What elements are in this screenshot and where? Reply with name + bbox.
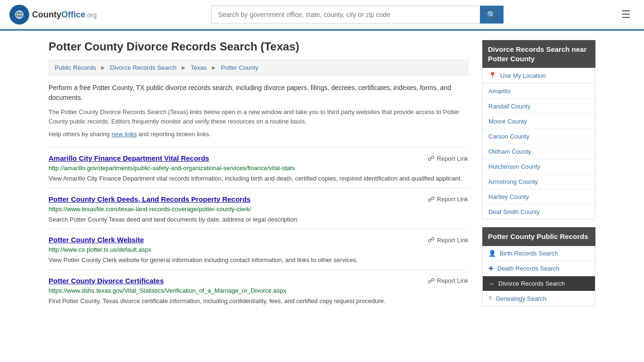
share-text: Help others by sharing [49,131,110,138]
new-links-link[interactable]: new links [112,131,137,138]
nearby-label-0: Amarillo [488,88,511,95]
hamburger-icon: ☰ [621,8,631,20]
nearby-header: Divorce Records Search near Potter Count… [482,40,595,68]
report-link-label-2: Report Link [437,196,468,203]
share-line: Help others by sharing new links and rep… [49,131,468,138]
breadcrumb: Public Records ► Divorce Records Search … [49,60,468,75]
nearby-link-armstrong[interactable]: Armstrong County [483,174,595,189]
nearby-label-6: Armstrong County [488,178,538,185]
report-icon-3: ☍ [428,236,435,244]
nearby-label-1: Randall County [488,103,530,110]
breadcrumb-public-records[interactable]: Public Records [55,64,96,71]
nearby-label-2: Moore County [488,118,527,125]
death-records-link[interactable]: ✚ Death Records Search [483,261,595,276]
result-title-4[interactable]: Potter County Divorce Certificates [49,277,164,285]
result-card-2: Potter County Clerk Deeds, Land Records … [49,188,468,229]
content-area: Potter County Divorce Records Search (Te… [49,40,468,314]
report-icon-2: ☍ [428,195,435,204]
nearby-link-hartley[interactable]: Hartley County [483,189,595,204]
nearby-item-5[interactable]: Hutchinson County [483,159,595,174]
person-icon: 👤 [488,250,496,257]
nearby-item-1[interactable]: Randall County [483,99,595,114]
result-desc-4: Find Potter County, Texas divorce certif… [49,296,468,306]
use-location-item[interactable]: 📍 Use My Location [483,68,595,84]
search-button[interactable]: 🔍 [480,6,504,24]
result-url-2[interactable]: https://www.texasfile.com/texas-land-rec… [49,206,468,213]
result-url-3[interactable]: http://www.co.potter.tx.us/default.aspx [49,246,468,253]
birth-records-link[interactable]: 👤 Birth Records Search [483,246,595,261]
result-title-row-1: Amarillo City Finance Department Vital R… [49,154,468,163]
nearby-list: 📍 Use My Location Amarillo Randall Count… [482,68,595,220]
genealogy-records-label: Genealogy Search [495,295,546,302]
report-link-4[interactable]: ☍ Report Link [428,277,468,285]
nearby-item-8[interactable]: Deaf Smith County [483,205,595,219]
report-link-3[interactable]: ☍ Report Link [428,236,468,244]
birth-records-label: Birth Records Search [500,250,558,257]
nearby-item-7[interactable]: Hartley County [483,189,595,205]
pr-item-divorce[interactable]: ↔ Divorce Records Search [483,276,595,291]
result-desc-2: Search Potter County Texas deed and land… [49,215,468,224]
report-link-label-4: Report Link [437,277,468,284]
public-records-section: Potter County Public Records 👤 Birth Rec… [482,227,595,306]
site-header: CountyOffice.org 🔍 ☰ [0,0,644,31]
result-title-1[interactable]: Amarillo City Finance Department Vital R… [49,154,209,162]
search-bar: 🔍 [211,6,504,24]
result-desc-1: View Amarillo City Finance Department vi… [49,174,468,183]
nearby-item-3[interactable]: Carson County [483,129,595,144]
nearby-link-carson[interactable]: Carson County [483,129,595,144]
breadcrumb-sep-2: ► [181,64,187,71]
intro-paragraph-2: The Potter County Divorce Records Search… [49,107,468,126]
nearby-label-5: Hutchinson County [488,163,540,170]
header-right: ☰ [618,7,635,23]
nearby-item-0[interactable]: Amarillo [483,84,595,99]
nearby-item-4[interactable]: Oldham County [483,144,595,159]
pr-item-genealogy[interactable]: ? Genealogy Search [483,291,595,306]
pr-item-death[interactable]: ✚ Death Records Search [483,261,595,276]
breadcrumb-sep-1: ► [100,64,106,71]
result-title-row-2: Potter County Clerk Deeds, Land Records … [49,195,468,204]
breadcrumb-potter-county[interactable]: Potter County [221,64,258,71]
logo-text: CountyOffice.org [32,10,97,20]
nearby-link-oldham[interactable]: Oldham County [483,144,595,159]
genealogy-records-link[interactable]: ? Genealogy Search [483,291,595,306]
result-desc-3: View Potter County Clerk website for gen… [49,255,468,265]
result-url-4[interactable]: https://www.dshs.texas.gov/Vital_Statist… [49,287,468,294]
logo[interactable]: CountyOffice.org [9,5,97,25]
breadcrumb-texas[interactable]: Texas [190,64,206,71]
cross-icon: ✚ [488,265,494,272]
location-pin-icon: 📍 [488,72,496,79]
nearby-link-randall[interactable]: Randall County [483,99,595,114]
logo-icon [9,5,29,25]
nearby-link-moore[interactable]: Moore County [483,114,595,129]
search-input[interactable] [211,6,480,24]
result-card-4: Potter County Divorce Certificates ☍ Rep… [49,270,468,311]
result-title-row-4: Potter County Divorce Certificates ☍ Rep… [49,277,468,285]
report-link-label-3: Report Link [437,237,468,244]
menu-button[interactable]: ☰ [618,7,635,23]
nearby-link-hutchinson[interactable]: Hutchinson County [483,159,595,174]
nearby-link-amarillo[interactable]: Amarillo [483,84,595,99]
use-location-link[interactable]: 📍 Use My Location [483,68,595,83]
arrows-icon: ↔ [488,280,495,287]
divorce-records-link[interactable]: ↔ Divorce Records Search [483,276,595,291]
nearby-label-4: Oldham County [488,148,531,155]
nearby-link-deafsmith[interactable]: Deaf Smith County [483,205,595,219]
public-records-header: Potter County Public Records [482,227,595,246]
report-link-1[interactable]: ☍ Report Link [428,154,468,163]
intro-paragraph-1: Perform a free Potter County, TX public … [49,83,468,103]
result-url-1[interactable]: http://amarillo.gov/departments/public-s… [49,165,468,172]
nearby-label-7: Hartley County [488,193,529,200]
breadcrumb-divorce-records[interactable]: Divorce Records Search [110,64,177,71]
report-icon-1: ☍ [428,154,435,163]
report-link-2[interactable]: ☍ Report Link [428,195,468,204]
svg-point-5 [18,14,20,16]
nearby-item-2[interactable]: Moore County [483,114,595,129]
result-title-2[interactable]: Potter County Clerk Deeds, Land Records … [49,195,250,203]
question-icon: ? [488,295,492,302]
result-title-3[interactable]: Potter County Clerk Website [49,236,144,244]
nearby-item-6[interactable]: Armstrong County [483,174,595,189]
pr-item-birth[interactable]: 👤 Birth Records Search [483,246,595,261]
report-link-label-1: Report Link [437,155,468,162]
sidebar: Divorce Records Search near Potter Count… [482,40,595,314]
result-title-row-3: Potter County Clerk Website ☍ Report Lin… [49,236,468,244]
